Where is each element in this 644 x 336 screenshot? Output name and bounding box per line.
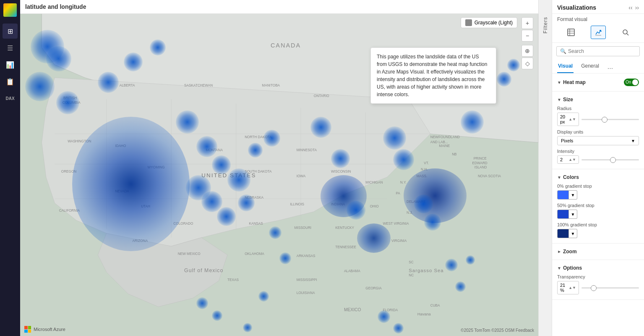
gradient-0-swatch-container: ▼: [557, 190, 639, 200]
intensity-thumb[interactable]: [610, 157, 616, 163]
svg-text:ILLINOIS: ILLINOIS: [290, 202, 304, 206]
svg-text:MASS.: MASS.: [417, 174, 428, 178]
map-container[interactable]: CANADA UNITED STATES Gulf of Mexico Sarg…: [20, 14, 538, 336]
zoom-label: Zoom: [563, 249, 577, 255]
svg-text:MEXICO: MEXICO: [344, 307, 361, 312]
gradient-0-dropdown[interactable]: ▼: [569, 190, 577, 200]
transparency-spinner[interactable]: ▲▼: [568, 286, 576, 290]
tilt-button[interactable]: ◇: [521, 58, 533, 69]
gradient-0-swatch[interactable]: [557, 190, 569, 200]
gradient-50-swatch[interactable]: [557, 210, 569, 219]
svg-text:SC: SC: [409, 260, 413, 264]
zoom-chevron: ▼: [557, 249, 561, 254]
svg-text:ISLAND: ISLAND: [475, 165, 487, 169]
transparency-label: Transparency: [557, 274, 639, 279]
icon-row: [552, 24, 644, 43]
svg-text:NEVADA: NEVADA: [115, 189, 129, 193]
svg-text:MAINE: MAINE: [439, 144, 450, 148]
svg-text:NEWFOUNDLAND: NEWFOUNDLAND: [430, 135, 460, 139]
svg-text:Gulf of Mexico: Gulf of Mexico: [184, 268, 223, 273]
svg-text:Sargasso Sea: Sargasso Sea: [409, 268, 443, 273]
colors-title: ▼ Colors: [557, 174, 579, 180]
sidebar-icon-model[interactable]: 📊: [3, 57, 18, 72]
format-icon-btn[interactable]: [591, 26, 606, 39]
transparency-value: 21 %: [560, 283, 568, 293]
colors-header[interactable]: ▼ Colors: [552, 173, 644, 182]
search-input[interactable]: [568, 48, 636, 54]
filters-panel[interactable]: Filters: [538, 0, 552, 336]
display-units-select[interactable]: Pixels ▼: [557, 136, 639, 145]
transparency-slider[interactable]: [581, 287, 639, 289]
radius-input[interactable]: 20 px ▲▼: [557, 113, 579, 126]
colors-chevron: ▼: [557, 175, 561, 180]
radius-slider[interactable]: [581, 119, 639, 120]
svg-text:OHIO: OHIO: [370, 205, 379, 208]
svg-text:MONTANA: MONTANA: [206, 148, 223, 152]
size-header[interactable]: ▼ Size: [552, 95, 644, 104]
svg-text:OREGON: OREGON: [61, 170, 77, 173]
transparency-thumb[interactable]: [591, 285, 597, 291]
svg-text:WYOMING: WYOMING: [148, 165, 165, 169]
toggle-on-label: On: [626, 80, 631, 84]
svg-text:GEORGIA: GEORGIA: [365, 286, 382, 290]
tab-more[interactable]: ...: [607, 61, 614, 73]
radius-row: 20 px ▲▼: [557, 113, 639, 126]
display-units-arrow: ▼: [631, 139, 635, 143]
tooltip-text: This page utilizes the landslide data of…: [377, 54, 487, 97]
zoom-in-button[interactable]: +: [521, 17, 533, 29]
search-panel-icon-btn[interactable]: [618, 26, 633, 39]
collapse-icon[interactable]: ‹‹: [628, 4, 632, 11]
svg-text:WISCONSIN: WISCONSIN: [331, 170, 351, 173]
map-canvas[interactable]: CANADA UNITED STATES Gulf of Mexico Sarg…: [20, 14, 538, 336]
heat-map-toggle[interactable]: On: [624, 79, 639, 86]
sidebar-icon-report[interactable]: ⊞: [3, 24, 18, 39]
svg-text:MINNESOTA: MINNESOTA: [297, 148, 317, 152]
size-label: Size: [563, 97, 573, 102]
svg-text:ALBERTA: ALBERTA: [120, 84, 135, 87]
svg-text:WEST VIRGINIA: WEST VIRGINIA: [383, 222, 409, 226]
display-units-label: Display units: [557, 129, 639, 134]
zoom-header[interactable]: ▼ Zoom: [552, 247, 644, 256]
table-icon-btn[interactable]: [563, 26, 579, 39]
gradient-100-label: 100% gradient stop: [557, 222, 639, 227]
svg-text:OKLAHOMA: OKLAHOMA: [245, 252, 264, 256]
compass-button[interactable]: ⊕: [521, 45, 533, 57]
svg-text:KANSAS: KANSAS: [249, 222, 263, 226]
svg-text:MICHIGAN: MICHIGAN: [365, 181, 383, 184]
svg-text:BRITISH: BRITISH: [63, 96, 77, 100]
expand-icon[interactable]: ››: [635, 4, 639, 11]
intensity-spinner[interactable]: ▲▼: [568, 158, 576, 162]
map-style-label: Grayscale (Light): [475, 20, 513, 26]
gradient-50-label: 50% gradient stop: [557, 203, 639, 208]
viz-title: Visualizations: [557, 4, 596, 11]
size-section: ▼ Size Radius 20 px ▲▼ Display units Pix…: [552, 92, 644, 169]
sidebar-icon-data[interactable]: ☰: [3, 40, 18, 55]
gradient-50-dropdown[interactable]: ▼: [569, 210, 577, 219]
svg-text:NEW MEXICO: NEW MEXICO: [178, 252, 201, 256]
intensity-row: 2 ▲▼: [557, 155, 639, 164]
tab-visual[interactable]: Visual: [557, 61, 574, 73]
gradient-50-swatch-container: ▼: [557, 210, 639, 219]
gradient-100-swatch[interactable]: [557, 229, 569, 238]
search-icon: 🔍: [560, 48, 566, 54]
gradient-100-swatch-container: ▼: [557, 229, 639, 238]
tab-general[interactable]: General: [580, 61, 600, 73]
intensity-input[interactable]: 2 ▲▼: [557, 155, 579, 164]
svg-text:TEXAS: TEXAS: [227, 278, 239, 282]
map-controls: + − ⊕ ◇: [521, 17, 533, 69]
heat-map-header[interactable]: ▼ Heat map On: [552, 77, 644, 88]
gradient-100-dropdown[interactable]: ▼: [569, 229, 577, 238]
map-style-button[interactable]: Grayscale (Light): [461, 17, 517, 28]
search-box[interactable]: 🔍: [556, 46, 640, 56]
size-chevron: ▼: [557, 97, 561, 102]
heat-map-section: ▼ Heat map On: [552, 74, 644, 92]
sidebar-icon-dax[interactable]: DAX: [3, 91, 18, 106]
transparency-input[interactable]: 21 % ▲▼: [557, 281, 579, 294]
radius-spinner[interactable]: ▲▼: [568, 117, 576, 121]
radius-thumb[interactable]: [602, 117, 607, 123]
svg-text:MISSISSIPPI: MISSISSIPPI: [297, 278, 317, 282]
intensity-slider[interactable]: [581, 159, 639, 160]
zoom-out-button[interactable]: −: [521, 30, 533, 42]
sidebar-icon-pages[interactable]: 📋: [3, 74, 18, 89]
options-header[interactable]: ▼ Options: [552, 263, 644, 273]
